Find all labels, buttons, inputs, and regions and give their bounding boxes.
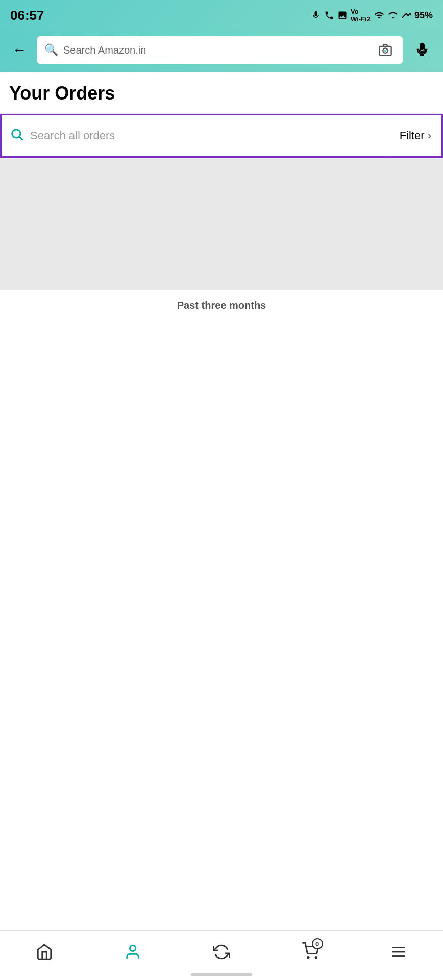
camera-icon-svg [378, 43, 392, 57]
cart-badge: 0 [312, 938, 323, 949]
account-icon [124, 943, 141, 961]
status-battery: 95% [414, 10, 433, 21]
search-icon: 🔍 [44, 43, 58, 57]
nav-account[interactable] [114, 940, 152, 964]
status-phone-icon [324, 10, 334, 20]
bottom-nav: 0 [0, 930, 443, 980]
filter-label: Filter [400, 129, 425, 142]
svg-point-8 [130, 945, 136, 951]
page-title-section: Your Orders [0, 72, 443, 114]
svg-rect-4 [422, 53, 423, 55]
orders-search-placeholder: Search all orders [30, 129, 115, 142]
bottom-indicator [191, 973, 252, 976]
svg-line-7 [19, 137, 22, 140]
svg-rect-5 [420, 55, 424, 56]
back-arrow-icon: ← [12, 42, 27, 58]
page-title: Your Orders [9, 83, 434, 104]
svg-point-10 [315, 957, 316, 958]
home-icon [36, 943, 53, 961]
orders-search-icon [10, 127, 24, 145]
status-wifi-icon [374, 10, 385, 20]
status-icons: VoWi-Fi2 95% [311, 8, 433, 23]
status-mic-icon [311, 10, 321, 20]
mic-button[interactable] [409, 37, 435, 63]
top-nav: ← 🔍 Search Amazon.in [0, 31, 443, 72]
search-teal-icon [10, 127, 24, 141]
nav-home[interactable] [26, 940, 63, 964]
orders-content [0, 321, 443, 919]
menu-icon [390, 943, 407, 961]
svg-point-9 [307, 957, 309, 958]
returns-icon [213, 943, 230, 961]
orders-search-input[interactable]: Search all orders [2, 115, 389, 156]
status-network: VoWi-Fi2 [351, 8, 371, 23]
svg-point-2 [384, 50, 387, 52]
status-signal-icon [388, 10, 398, 20]
filter-label-section: Past three months [0, 290, 443, 321]
nav-cart[interactable]: 0 [291, 939, 329, 965]
nav-menu[interactable] [380, 940, 417, 964]
search-input-placeholder: Search Amazon.in [63, 44, 370, 56]
loading-placeholder [0, 158, 443, 290]
back-button[interactable]: ← [8, 39, 31, 61]
status-bar: 06:57 VoWi-Fi2 95% [0, 0, 443, 31]
mic-icon [414, 42, 430, 58]
cart-container: 0 [302, 942, 319, 962]
camera-search-icon[interactable] [375, 40, 396, 60]
status-nosignal-icon [401, 10, 411, 20]
svg-point-6 [12, 129, 20, 137]
orders-search-inner: Search all orders Filter › [2, 115, 441, 156]
status-time: 06:57 [10, 8, 44, 23]
filter-period-label: Past three months [177, 300, 266, 311]
amazon-search-bar[interactable]: 🔍 Search Amazon.in [37, 36, 403, 64]
nav-returns[interactable] [203, 940, 240, 964]
orders-search-section: Search all orders Filter › [0, 114, 443, 158]
status-image-icon [337, 10, 348, 20]
svg-point-3 [420, 43, 424, 50]
filter-button[interactable]: Filter › [389, 115, 441, 156]
filter-chevron-icon: › [428, 129, 431, 142]
